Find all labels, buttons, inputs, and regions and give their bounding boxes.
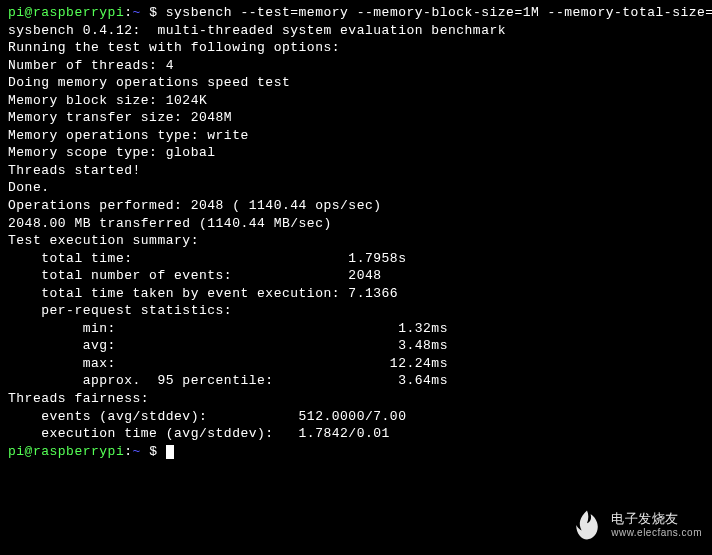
output-line: Memory scope type: global xyxy=(8,144,704,162)
output-line: Doing memory operations speed test xyxy=(8,74,704,92)
output-line: avg: 3.48ms xyxy=(8,337,704,355)
output-line: total time taken by event execution: 7.1… xyxy=(8,285,704,303)
prompt-path: ~ xyxy=(133,444,141,459)
output-line: approx. 95 percentile: 3.64ms xyxy=(8,372,704,390)
output-line: sysbench 0.4.12: multi-threaded system e… xyxy=(8,22,704,40)
watermark-text: 电子发烧友 www.elecfans.com xyxy=(611,511,702,539)
prompt-line-1[interactable]: pi@raspberrypi:~ $ sysbench --test=memor… xyxy=(8,4,704,22)
prompt-sep1: : xyxy=(124,5,132,20)
watermark-brand: 电子发烧友 xyxy=(611,511,702,527)
output-line: events (avg/stddev): 512.0000/7.00 xyxy=(8,408,704,426)
output-line: total time: 1.7958s xyxy=(8,250,704,268)
output-line: Threads started! xyxy=(8,162,704,180)
output-line: min: 1.32ms xyxy=(8,320,704,338)
prompt-user: pi@raspberrypi xyxy=(8,5,124,20)
output-line: Threads fairness: xyxy=(8,390,704,408)
prompt-user: pi@raspberrypi xyxy=(8,444,124,459)
cursor-icon xyxy=(166,445,174,459)
output-line: Memory transfer size: 2048M xyxy=(8,109,704,127)
output-line: max: 12.24ms xyxy=(8,355,704,373)
output-line: Running the test with following options: xyxy=(8,39,704,57)
prompt-path: ~ xyxy=(133,5,141,20)
output-line: Test execution summary: xyxy=(8,232,704,250)
command-text: sysbench --test=memory --memory-block-si… xyxy=(166,5,712,20)
output-line: Operations performed: 2048 ( 1140.44 ops… xyxy=(8,197,704,215)
output-line: Memory block size: 1024K xyxy=(8,92,704,110)
output-line: 2048.00 MB transferred (1140.44 MB/sec) xyxy=(8,215,704,233)
output-line: total number of events: 2048 xyxy=(8,267,704,285)
prompt-sep2: $ xyxy=(141,5,166,20)
output-line: Done. xyxy=(8,179,704,197)
output-line: per-request statistics: xyxy=(8,302,704,320)
output-line: Number of threads: 4 xyxy=(8,57,704,75)
output-line: Memory operations type: write xyxy=(8,127,704,145)
prompt-sep2: $ xyxy=(141,444,166,459)
flame-icon xyxy=(569,507,605,543)
watermark: 电子发烧友 www.elecfans.com xyxy=(569,507,702,543)
output-line: execution time (avg/stddev): 1.7842/0.01 xyxy=(8,425,704,443)
watermark-url: www.elecfans.com xyxy=(611,527,702,539)
prompt-line-2[interactable]: pi@raspberrypi:~ $ xyxy=(8,443,704,461)
prompt-sep1: : xyxy=(124,444,132,459)
